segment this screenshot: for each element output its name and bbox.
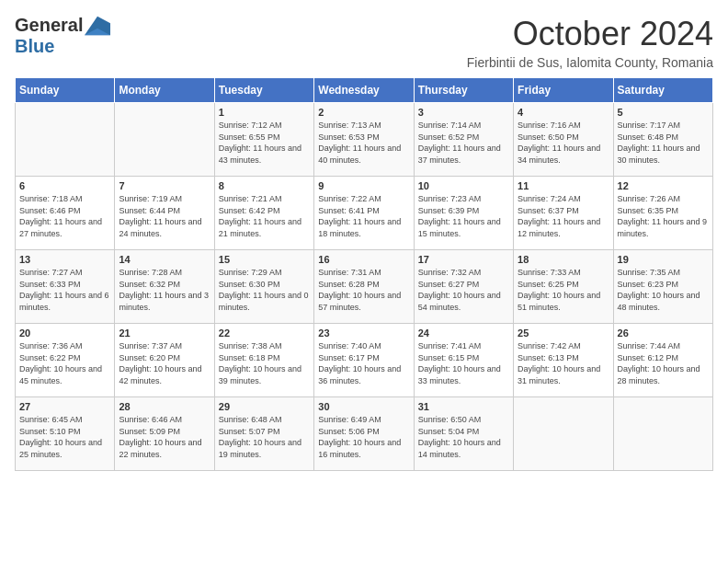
day-info: Sunrise: 6:49 AM Sunset: 5:06 PM Dayligh…: [318, 414, 409, 460]
day-number: 25: [518, 327, 609, 339]
day-number: 2: [318, 107, 409, 118]
calendar-cell: 9Sunrise: 7:22 AM Sunset: 6:41 PM Daylig…: [314, 177, 414, 250]
calendar-week-2: 6Sunrise: 7:18 AM Sunset: 6:46 PM Daylig…: [16, 177, 713, 250]
calendar-cell: 8Sunrise: 7:21 AM Sunset: 6:42 PM Daylig…: [214, 177, 313, 250]
day-info: Sunrise: 6:50 AM Sunset: 5:04 PM Dayligh…: [418, 414, 509, 460]
calendar-cell: 7Sunrise: 7:19 AM Sunset: 6:44 PM Daylig…: [115, 177, 214, 250]
day-header-wednesday: Wednesday: [314, 78, 414, 103]
calendar-cell: 22Sunrise: 7:38 AM Sunset: 6:18 PM Dayli…: [214, 324, 313, 397]
day-header-monday: Monday: [115, 78, 214, 103]
day-info: Sunrise: 7:21 AM Sunset: 6:42 PM Dayligh…: [219, 193, 310, 239]
calendar-cell: 15Sunrise: 7:29 AM Sunset: 6:30 PM Dayli…: [214, 250, 313, 324]
calendar-cell: 24Sunrise: 7:41 AM Sunset: 6:15 PM Dayli…: [414, 324, 513, 397]
page-header: General Blue October 2024 Fierbintii de …: [15, 15, 713, 70]
calendar-cell: 2Sunrise: 7:13 AM Sunset: 6:53 PM Daylig…: [314, 103, 414, 177]
day-info: Sunrise: 6:46 AM Sunset: 5:09 PM Dayligh…: [119, 414, 210, 460]
day-info: Sunrise: 7:37 AM Sunset: 6:20 PM Dayligh…: [119, 340, 210, 386]
logo-blue-text: Blue: [15, 36, 54, 56]
calendar-cell: 23Sunrise: 7:40 AM Sunset: 6:17 PM Dayli…: [314, 324, 414, 397]
day-number: 14: [119, 254, 210, 265]
title-block: October 2024 Fierbintii de Sus, Ialomita…: [467, 15, 713, 70]
day-number: 29: [219, 401, 310, 412]
calendar-cell: 6Sunrise: 7:18 AM Sunset: 6:46 PM Daylig…: [16, 177, 115, 250]
day-number: 24: [418, 327, 509, 339]
calendar-cell: 1Sunrise: 7:12 AM Sunset: 6:55 PM Daylig…: [214, 103, 313, 177]
day-info: Sunrise: 7:18 AM Sunset: 6:46 PM Dayligh…: [19, 193, 110, 239]
calendar-cell: [16, 103, 115, 177]
calendar-cell: 26Sunrise: 7:44 AM Sunset: 6:12 PM Dayli…: [613, 324, 712, 397]
calendar-cell: [115, 103, 214, 177]
day-number: 11: [518, 180, 609, 191]
day-info: Sunrise: 7:36 AM Sunset: 6:22 PM Dayligh…: [19, 340, 110, 386]
day-number: 28: [119, 401, 210, 412]
day-number: 17: [418, 254, 509, 265]
day-info: Sunrise: 7:14 AM Sunset: 6:52 PM Dayligh…: [418, 120, 509, 166]
calendar-week-1: 1Sunrise: 7:12 AM Sunset: 6:55 PM Daylig…: [16, 103, 713, 177]
day-info: Sunrise: 6:48 AM Sunset: 5:07 PM Dayligh…: [219, 414, 310, 460]
calendar-cell: 3Sunrise: 7:14 AM Sunset: 6:52 PM Daylig…: [414, 103, 513, 177]
calendar-table: SundayMondayTuesdayWednesdayThursdayFrid…: [15, 77, 713, 471]
day-number: 13: [19, 254, 110, 265]
calendar-cell: [514, 397, 613, 471]
day-info: Sunrise: 7:26 AM Sunset: 6:35 PM Dayligh…: [618, 193, 709, 239]
calendar-week-4: 20Sunrise: 7:36 AM Sunset: 6:22 PM Dayli…: [16, 324, 713, 397]
subtitle: Fierbintii de Sus, Ialomita County, Roma…: [467, 55, 713, 70]
day-header-sunday: Sunday: [16, 78, 115, 103]
day-info: Sunrise: 7:29 AM Sunset: 6:30 PM Dayligh…: [219, 267, 310, 313]
day-info: Sunrise: 7:23 AM Sunset: 6:39 PM Dayligh…: [418, 193, 509, 239]
day-info: Sunrise: 7:38 AM Sunset: 6:18 PM Dayligh…: [219, 340, 310, 386]
logo: General Blue: [15, 15, 110, 57]
calendar-cell: 18Sunrise: 7:33 AM Sunset: 6:25 PM Dayli…: [514, 250, 613, 324]
day-number: 19: [618, 254, 709, 265]
calendar-cell: 5Sunrise: 7:17 AM Sunset: 6:48 PM Daylig…: [613, 103, 712, 177]
calendar-cell: 25Sunrise: 7:42 AM Sunset: 6:13 PM Dayli…: [514, 324, 613, 397]
calendar-cell: 19Sunrise: 7:35 AM Sunset: 6:23 PM Dayli…: [613, 250, 712, 324]
calendar-cell: [613, 397, 712, 471]
day-info: Sunrise: 7:19 AM Sunset: 6:44 PM Dayligh…: [119, 193, 210, 239]
calendar-cell: 13Sunrise: 7:27 AM Sunset: 6:33 PM Dayli…: [16, 250, 115, 324]
day-number: 16: [318, 254, 409, 265]
calendar-header-row: SundayMondayTuesdayWednesdayThursdayFrid…: [16, 78, 713, 103]
calendar-cell: 31Sunrise: 6:50 AM Sunset: 5:04 PM Dayli…: [414, 397, 513, 471]
calendar-cell: 30Sunrise: 6:49 AM Sunset: 5:06 PM Dayli…: [314, 397, 414, 471]
day-info: Sunrise: 7:44 AM Sunset: 6:12 PM Dayligh…: [618, 340, 709, 386]
day-number: 26: [618, 327, 709, 339]
day-info: Sunrise: 7:41 AM Sunset: 6:15 PM Dayligh…: [418, 340, 509, 386]
calendar-cell: 28Sunrise: 6:46 AM Sunset: 5:09 PM Dayli…: [115, 397, 214, 471]
day-number: 1: [219, 107, 310, 118]
calendar-week-3: 13Sunrise: 7:27 AM Sunset: 6:33 PM Dayli…: [16, 250, 713, 324]
day-number: 10: [418, 180, 509, 191]
day-number: 31: [418, 401, 509, 412]
logo-icon: [85, 16, 110, 36]
day-number: 3: [418, 107, 509, 118]
day-number: 6: [19, 180, 110, 191]
day-info: Sunrise: 6:45 AM Sunset: 5:10 PM Dayligh…: [19, 414, 110, 460]
day-info: Sunrise: 7:32 AM Sunset: 6:27 PM Dayligh…: [418, 267, 509, 313]
calendar-cell: 27Sunrise: 6:45 AM Sunset: 5:10 PM Dayli…: [16, 397, 115, 471]
day-number: 18: [518, 254, 609, 265]
day-number: 30: [318, 401, 409, 412]
calendar-cell: 20Sunrise: 7:36 AM Sunset: 6:22 PM Dayli…: [16, 324, 115, 397]
calendar-body: 1Sunrise: 7:12 AM Sunset: 6:55 PM Daylig…: [16, 103, 713, 471]
day-header-thursday: Thursday: [414, 78, 513, 103]
calendar-cell: 4Sunrise: 7:16 AM Sunset: 6:50 PM Daylig…: [514, 103, 613, 177]
month-title: October 2024: [467, 15, 713, 53]
day-number: 15: [219, 254, 310, 265]
day-number: 7: [119, 180, 210, 191]
day-info: Sunrise: 7:35 AM Sunset: 6:23 PM Dayligh…: [618, 267, 709, 313]
calendar-cell: 11Sunrise: 7:24 AM Sunset: 6:37 PM Dayli…: [514, 177, 613, 250]
day-info: Sunrise: 7:33 AM Sunset: 6:25 PM Dayligh…: [518, 267, 609, 313]
day-info: Sunrise: 7:16 AM Sunset: 6:50 PM Dayligh…: [518, 120, 609, 166]
day-info: Sunrise: 7:17 AM Sunset: 6:48 PM Dayligh…: [618, 120, 709, 166]
logo-general-text: General: [15, 15, 83, 36]
day-number: 21: [119, 327, 210, 339]
day-info: Sunrise: 7:31 AM Sunset: 6:28 PM Dayligh…: [318, 267, 409, 313]
calendar-cell: 17Sunrise: 7:32 AM Sunset: 6:27 PM Dayli…: [414, 250, 513, 324]
day-number: 4: [518, 107, 609, 118]
day-number: 8: [219, 180, 310, 191]
day-info: Sunrise: 7:28 AM Sunset: 6:32 PM Dayligh…: [119, 267, 210, 313]
day-header-tuesday: Tuesday: [214, 78, 313, 103]
day-info: Sunrise: 7:12 AM Sunset: 6:55 PM Dayligh…: [219, 120, 310, 166]
day-info: Sunrise: 7:24 AM Sunset: 6:37 PM Dayligh…: [518, 193, 609, 239]
calendar-cell: 10Sunrise: 7:23 AM Sunset: 6:39 PM Dayli…: [414, 177, 513, 250]
